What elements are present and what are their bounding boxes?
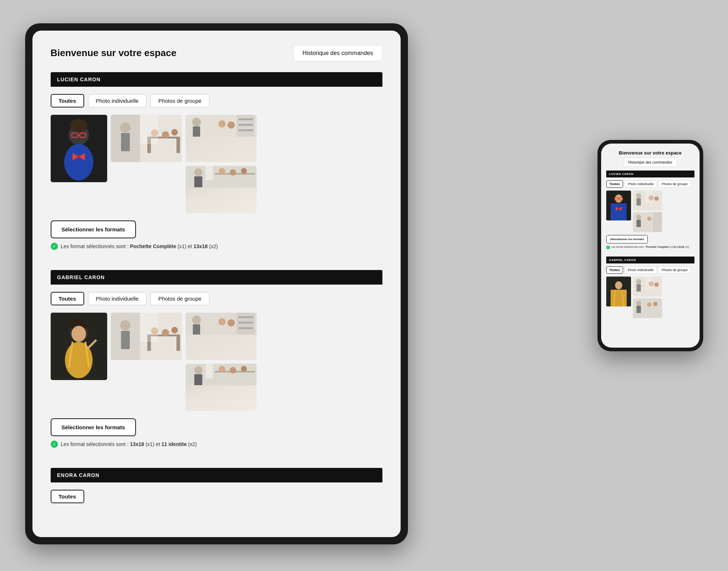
gabriel-header: GABRIEL CARON	[51, 270, 382, 285]
phone-historique-button[interactable]: Historique des commandes	[623, 158, 677, 167]
svg-point-70	[219, 366, 225, 372]
svg-point-71	[230, 367, 236, 374]
phone-screen: Bienvenue sur votre espace Historique de…	[601, 144, 700, 348]
svg-point-106	[654, 282, 659, 287]
gabriel-filter-tabs: Toutes Photo individuelle Photos de grou…	[51, 292, 382, 305]
svg-point-67	[194, 366, 202, 374]
gabriel-check-icon: ✓	[51, 441, 58, 448]
svg-rect-104	[636, 284, 641, 292]
phone-lucien-tabs: Toutes Photo individuelle Photos de grou…	[606, 180, 694, 188]
svg-rect-86	[636, 198, 641, 206]
svg-rect-61	[238, 316, 253, 318]
gabriel-format-text: Les format sélectionnés sont : 13x18 (x1…	[61, 441, 197, 447]
svg-rect-89	[646, 191, 653, 203]
lucien-tab-toutes[interactable]: Toutes	[51, 94, 84, 107]
svg-point-28	[218, 120, 226, 128]
svg-point-85	[636, 193, 641, 198]
gabriel-select-formats-button[interactable]: Sélectionner les formats	[51, 418, 136, 436]
gabriel-format-info: ✓ Les format sélectionnés sont : 13x18 (…	[51, 441, 382, 448]
phone-gabriel-tabs: Toutes Photo individuelle Photos de grou…	[606, 266, 694, 274]
phone-lucien-portrait	[606, 191, 631, 220]
phone-lucien-group-2	[633, 212, 662, 232]
phone-gabriel-tab-individuelle[interactable]: Photo individuelle	[624, 266, 657, 274]
phone-gabriel-tab-toutes[interactable]: Toutes	[606, 266, 623, 274]
svg-point-48	[120, 320, 131, 331]
tablet-device: Bienvenue sur votre espace Historique de…	[25, 23, 408, 544]
phone-person-gabriel: GABRIEL CARON Toutes Photo individuelle …	[606, 257, 694, 324]
gabriel-group-photo-3	[186, 364, 257, 411]
enora-filter-tabs: Toutes	[51, 490, 382, 503]
svg-point-19	[171, 129, 178, 136]
svg-point-9	[70, 119, 87, 132]
phone-gabriel-tab-groupe[interactable]: Photos de groupe	[658, 266, 691, 274]
phone-lucien-tab-individuelle[interactable]: Photo individuelle	[624, 180, 657, 188]
lucien-group-photo-3	[186, 166, 257, 213]
svg-point-44	[71, 326, 86, 342]
phone-gabriel-header: GABRIEL CARON	[606, 257, 694, 263]
svg-rect-20	[140, 115, 158, 144]
gabriel-tab-groupe[interactable]: Photos de groupe	[150, 292, 209, 305]
svg-point-35	[230, 169, 236, 176]
lucien-header: LUCIEN CARON	[51, 72, 382, 87]
person-section-enora: ENORA CARON Toutes	[51, 468, 382, 518]
phone-header: Bienvenue sur votre espace Historique de…	[606, 150, 694, 167]
enora-tab-toutes[interactable]: Toutes	[51, 490, 84, 503]
svg-point-72	[241, 366, 247, 372]
phone-person-lucien: LUCIEN CARON Toutes Photo individuelle P…	[606, 171, 694, 252]
historique-commandes-button[interactable]: Historique des commandes	[293, 45, 382, 61]
svg-point-12	[120, 122, 131, 133]
lucien-select-formats-button[interactable]: Sélectionner les formats	[51, 220, 136, 238]
gabriel-body: Toutes Photo individuelle Photos de grou…	[51, 285, 382, 455]
lucien-group-photo-2	[186, 115, 257, 162]
phone-lucien-header: LUCIEN CARON	[606, 171, 694, 177]
tablet-screen: Bienvenue sur votre espace Historique de…	[32, 31, 401, 537]
svg-rect-16	[176, 138, 180, 153]
gabriel-tab-individuelle[interactable]: Photo individuelle	[88, 292, 147, 305]
svg-rect-13	[121, 133, 130, 151]
lucien-tab-groupe[interactable]: Photos de groupe	[150, 94, 209, 107]
phone-lucien-format-info: ✓ Les format sélectionnés sont : Pochett…	[606, 245, 694, 249]
svg-rect-62	[238, 322, 253, 324]
svg-point-65	[227, 319, 235, 326]
lucien-photos-grid	[51, 115, 382, 213]
svg-rect-26	[238, 124, 253, 126]
lucien-group-photos-pair	[186, 115, 257, 213]
svg-point-5	[77, 155, 80, 158]
lucien-tab-individuelle[interactable]: Photo individuelle	[88, 94, 147, 107]
lucien-group-photo-1	[111, 115, 182, 162]
svg-point-55	[171, 327, 178, 333]
phone-lucien-group-pair	[633, 191, 662, 232]
svg-point-2	[64, 144, 93, 180]
lucien-check-icon: ✓	[51, 243, 58, 250]
phone-lucien-tab-groupe[interactable]: Photos de groupe	[658, 180, 691, 188]
phone-gabriel-portrait	[606, 277, 631, 306]
gabriel-tab-toutes[interactable]: Toutes	[51, 292, 84, 305]
phone-gabriel-group-2	[633, 298, 662, 318]
svg-rect-93	[653, 212, 662, 232]
svg-point-36	[241, 168, 247, 174]
lucien-format-text: Les format sélectionnés sont : Pochette …	[61, 243, 218, 249]
phone-lucien-select-btn[interactable]: Sélectionner les formats	[606, 235, 648, 243]
svg-rect-107	[646, 277, 653, 289]
svg-point-94	[647, 216, 651, 221]
phone-gabriel-photos	[606, 277, 694, 318]
svg-rect-77	[611, 203, 627, 220]
svg-rect-32	[194, 176, 202, 187]
phone-gabriel-body: Toutes Photo individuelle Photos de grou…	[606, 263, 694, 324]
gabriel-photos-grid	[51, 313, 382, 411]
svg-rect-98	[611, 290, 627, 306]
phone-lucien-tab-toutes[interactable]: Toutes	[606, 180, 623, 188]
lucien-filter-tabs: Toutes Photo individuelle Photos de grou…	[51, 94, 382, 107]
enora-header: ENORA CARON	[51, 468, 382, 482]
svg-rect-52	[176, 336, 180, 351]
gabriel-portrait-photo	[51, 313, 107, 380]
svg-point-91	[636, 215, 641, 220]
phone-device: Bienvenue sur votre espace Historique de…	[597, 140, 703, 351]
enora-body: Toutes	[51, 482, 382, 518]
svg-point-31	[194, 168, 202, 176]
svg-rect-92	[636, 220, 641, 227]
phone-lucien-format-text: Les format sélectionnés sont : Pochette …	[611, 245, 689, 249]
phone-gabriel-group-pair	[633, 277, 662, 318]
phone-lucien-check-icon: ✓	[606, 246, 610, 249]
svg-rect-59	[193, 324, 200, 335]
